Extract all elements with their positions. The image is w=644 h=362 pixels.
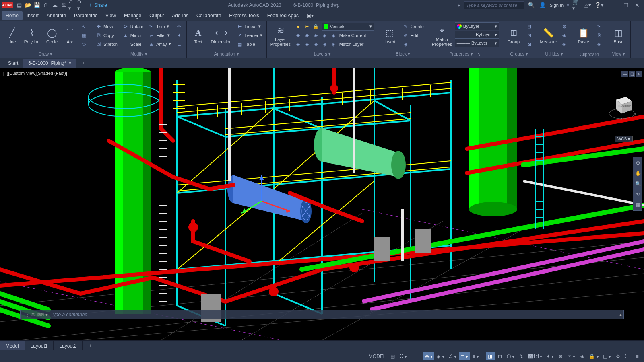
draw-extra1[interactable]: ∿ [79,22,89,31]
plot-icon[interactable]: 🖶 [60,1,68,9]
create-block-button[interactable]: ✎Create [401,22,425,31]
edit-block-button[interactable]: ✐Edit [401,31,425,39]
line-button[interactable]: ╱Line [2,22,21,49]
undo-icon[interactable]: ↶ ▾ [68,1,76,9]
command-input[interactable]: Type a command [50,312,617,317]
lineweight-dropdown[interactable]: ———— ByLayer▾ [455,31,499,39]
make-current-icon[interactable]: ◈ [330,32,337,39]
tab-output[interactable]: Output [145,11,168,20]
linear-button[interactable]: ⊢Linear ▾ [235,22,264,31]
trim-button[interactable]: ✂Trim ▾ [147,22,172,31]
tab-featured[interactable]: Featured Apps [263,11,303,20]
measure-button[interactable]: 📏Measure [539,22,558,49]
match-props-button[interactable]: ⌖Match Properties [431,22,453,49]
maximize-icon[interactable]: ☐ [621,1,631,9]
saveas-icon[interactable]: ⎙ [42,1,50,9]
dynucs-icon[interactable]: ↯ [517,352,526,360]
base-view-button[interactable]: ◫Base [609,22,628,49]
arc-button[interactable]: ⌒Arc [63,22,77,49]
vp-close-icon[interactable]: ✕ [636,71,642,77]
tab-file[interactable]: 6-B-1000_Piping*× [23,59,76,68]
wcs-label[interactable]: WCS ▾ [615,136,633,142]
customize-icon[interactable]: ≡ [633,352,642,360]
share-button[interactable]: ✈ Share [86,2,109,8]
tab-view[interactable]: View [101,11,120,20]
cad-viewport[interactable] [0,68,644,340]
redo-icon[interactable]: ↷ ▾ [77,1,85,9]
draw-extra2[interactable]: ▦ [79,31,89,39]
cmd-recent-icon[interactable]: ⌨ ▾ [37,312,48,317]
draw-extra3[interactable]: ⬭ [79,40,89,48]
tab-express[interactable]: Express Tools [225,11,263,20]
tab-layout2[interactable]: Layout2 [54,341,83,350]
units-icon[interactable]: ⊡ ▾ [566,352,577,360]
table-button[interactable]: ▦Table [235,40,264,48]
full-nav-icon[interactable]: ⊕ [634,158,642,168]
tab-annotate[interactable]: Annotate [43,11,70,20]
viewport-label[interactable]: [–][Custom View][Shaded (Fast)] [3,71,67,76]
lineweight-icon[interactable]: ≡ ▾ [471,352,480,360]
layer-states[interactable]: ● ☀ 🔒 Vessels▾ [293,22,376,31]
match-layer-icon[interactable]: ◈ [330,41,337,47]
sun-icon[interactable]: ☀ [304,23,310,30]
tab-addins[interactable]: Add-ins [168,11,192,20]
search-caret-icon[interactable]: ▸ [458,2,460,8]
paste-button[interactable]: 📋Paste [574,22,593,49]
cmd-handle-icon[interactable]: ⋮⋮ [22,311,29,318]
block-attr-button[interactable]: ◈ [401,40,425,48]
tab-more-icon[interactable]: ▣▾ [303,11,318,20]
circle-button[interactable]: ◯Circle [43,22,61,49]
cmd-close-icon[interactable]: ✕ [31,312,35,317]
pan-icon[interactable]: ✋ [634,169,642,178]
polyline-button[interactable]: ⌇Polyline [23,22,41,49]
app-logo[interactable]: A CAD [2,2,13,8]
bulb-on-icon[interactable]: ● [295,23,301,30]
annomonitor-icon[interactable]: ⊕ [556,352,565,360]
tab-home[interactable]: Home [2,11,23,20]
search-icon[interactable]: 🔍 [527,1,535,9]
tab-model[interactable]: Model [0,341,25,350]
cleanscreen-icon[interactable]: ⛶ [623,352,632,360]
showmotion-icon[interactable]: ▦ [634,200,642,210]
ortho-icon[interactable]: ∟ [414,352,423,360]
web-icon[interactable]: ☁ [51,1,59,9]
new-icon[interactable]: ▤ [15,1,23,9]
annoscale-button[interactable]: 🅰 1:1 ▾ [526,352,544,360]
3dosnap-icon[interactable]: ⬡ ▾ [505,352,516,360]
vp-maximize-icon[interactable]: ☐ [629,71,635,77]
rotate-button[interactable]: ⟳Rotate [121,22,145,31]
stretch-button[interactable]: ⇲Stretch [94,40,119,48]
close-icon[interactable]: ✕ [632,1,642,9]
insert-block-button[interactable]: ⬚Insert [381,22,399,49]
app-switcher-icon[interactable]: ◬▾ [584,1,592,9]
array-button[interactable]: ⊞Array ▾ [147,40,172,48]
layer-props-button[interactable]: ≋Layer Properties [269,22,292,49]
erase-button[interactable]: ✏ [174,22,184,31]
hardware-icon[interactable]: ⚙ [613,352,622,360]
new-tab-button[interactable]: ＋ [76,58,91,68]
leader-button[interactable]: ↗Leader ▾ [235,31,264,39]
otrack-icon[interactable]: ∠ ▾ [447,352,458,360]
move-button[interactable]: ✥Move [94,22,119,31]
isodraft-icon[interactable]: ◈ ▾ [435,352,446,360]
orbit-icon[interactable]: ⟲ [634,189,642,199]
transparency-icon[interactable]: ◨ [486,352,495,360]
lock-icon[interactable]: 🔒 [313,23,319,30]
explode-button[interactable]: ✦ [174,31,184,39]
help-icon[interactable]: ❔▾ [595,1,603,9]
view-cube[interactable]: S E FRONT RIGHT [608,93,636,121]
minimize-icon[interactable]: — [609,1,620,9]
workspace-icon[interactable]: ✦ ▾ [545,352,555,360]
close-tab-icon[interactable]: × [68,60,71,66]
cmd-expand-icon[interactable]: ▴ [619,312,622,317]
dimension-button[interactable]: ⟷Dimension [209,22,233,49]
offset-button[interactable]: ⊆ [174,40,184,48]
tab-insert[interactable]: Insert [23,11,43,20]
vp-minimize-icon[interactable]: — [621,71,628,77]
text-button[interactable]: AText [189,22,208,49]
zoom-icon[interactable]: 🔍 [634,179,642,189]
command-line[interactable]: ⋮⋮ ✕ ⌨ ▾ Type a command ▴ [20,310,624,319]
snap-icon[interactable]: ⠿ ▾ [398,352,409,360]
user-icon[interactable]: 👤 [539,1,547,9]
search-input[interactable]: Type a keyword or phrase [464,1,524,9]
